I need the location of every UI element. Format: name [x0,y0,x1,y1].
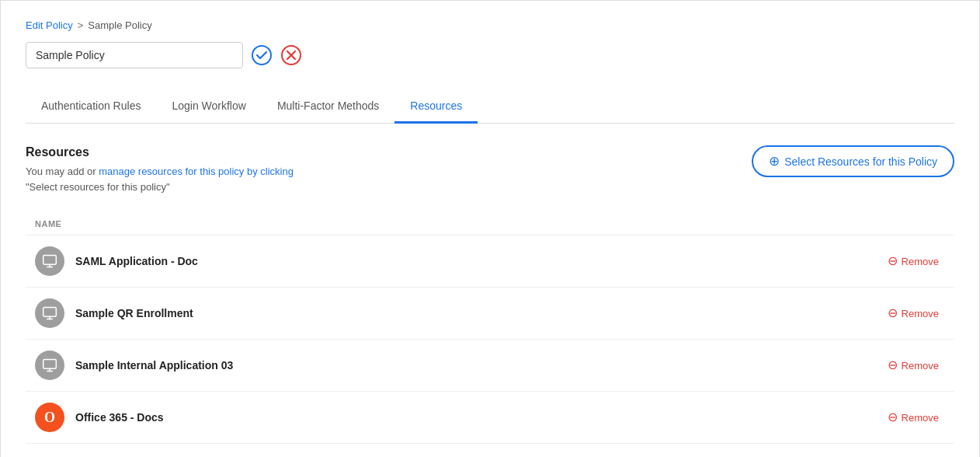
row-name: Sample QR Enrollment [75,307,881,319]
row-name: Office 365 - Docs [75,411,881,424]
breadcrumb-link[interactable]: Edit Policy [26,19,73,31]
remove-circle-icon: ⊖ [888,307,898,319]
svg-point-0 [252,46,271,65]
row-name: Sample Internal Application 03 [75,359,881,372]
resources-title: Resources [26,145,294,159]
resources-table: NAME SAML Application - Doc ⊖ Remove [26,213,954,444]
row-icon: O [35,403,64,432]
remove-circle-icon: ⊖ [888,411,898,424]
policy-name-input[interactable] [26,42,243,68]
plus-circle-icon: ⊕ [769,155,780,168]
breadcrumb-current: Sample Policy [88,19,151,31]
remove-button[interactable]: ⊖ Remove [881,408,945,427]
resources-section: Resources You may add or manage resource… [26,145,954,444]
row-icon [35,246,64,276]
confirm-button[interactable] [251,44,273,66]
table-row: Sample Internal Application 03 ⊖ Remove [26,340,954,392]
remove-button[interactable]: ⊖ Remove [881,356,945,375]
select-resources-button[interactable]: ⊕ Select Resources for this Policy [752,145,954,177]
breadcrumb-separator: > [78,19,84,31]
table-header-name: NAME [26,213,954,235]
remove-button[interactable]: ⊖ Remove [881,304,945,323]
svg-rect-4 [43,256,57,265]
tab-login-workflow[interactable]: Login Workflow [156,90,261,124]
row-name: SAML Application - Doc [75,255,881,267]
tab-authentication-rules[interactable]: Authentication Rules [26,90,156,124]
tab-resources[interactable]: Resources [394,90,478,124]
policy-name-row [26,42,954,68]
breadcrumb: Edit Policy > Sample Policy [26,19,954,31]
table-row: SAML Application - Doc ⊖ Remove [26,235,954,288]
cancel-button[interactable] [280,44,302,66]
table-row: O Office 365 - Docs ⊖ Remove [26,392,954,444]
page-wrapper: Edit Policy > Sample Policy Authenticati… [0,0,980,457]
tab-mfa-methods[interactable]: Multi-Factor Methods [262,90,394,124]
remove-circle-icon: ⊖ [888,359,898,372]
resources-title-block: Resources You may add or manage resource… [26,145,294,194]
row-icon [35,298,64,328]
row-icon [35,351,64,380]
resources-header: Resources You may add or manage resource… [26,145,954,194]
tab-bar: Authentication Rules Login Workflow Mult… [26,90,954,124]
remove-button[interactable]: ⊖ Remove [881,252,945,270]
o365-logo-icon: O [44,410,55,426]
resources-description: You may add or manage resources for this… [26,164,294,194]
svg-rect-10 [43,360,57,369]
remove-circle-icon: ⊖ [888,255,898,267]
table-row: Sample QR Enrollment ⊖ Remove [26,288,954,340]
svg-rect-7 [43,308,57,317]
